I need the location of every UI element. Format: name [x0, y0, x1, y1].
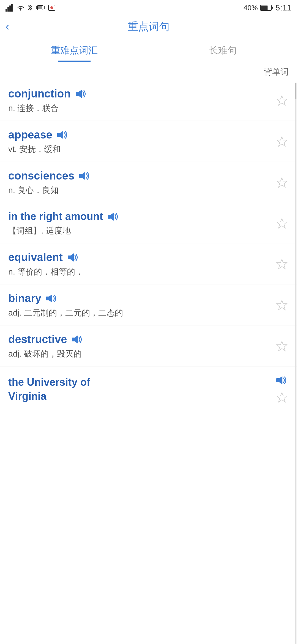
star-button[interactable]: [275, 94, 289, 108]
bluetooth-icon: [27, 4, 33, 12]
svg-rect-1: [7, 7, 9, 12]
svg-marker-34: [277, 341, 287, 351]
scrollbar-thumb: [295, 83, 296, 99]
star-button[interactable]: [275, 298, 289, 312]
sound-button[interactable]: [276, 375, 288, 385]
word-item-consciences: consciences n. 良心，良知: [0, 162, 297, 203]
header: ‹ 重点词句: [0, 15, 297, 37]
word-text: destructive: [8, 333, 67, 346]
word-content: equivalent n. 等价的，相等的，: [8, 251, 275, 278]
svg-marker-24: [111, 213, 114, 221]
sound-button[interactable]: [57, 130, 69, 140]
word-content: consciences n. 良心，良知: [8, 170, 275, 196]
svg-point-4: [20, 9, 21, 11]
battery-percent: 40%: [244, 4, 258, 12]
svg-rect-6: [38, 6, 42, 9]
svg-marker-25: [277, 219, 287, 228]
word-actions: [275, 375, 289, 404]
word-item-destructive: destructive adj. 破坏的，毁灭的: [0, 325, 297, 366]
star-button[interactable]: [275, 217, 289, 230]
word-definition: n. 连接，联合: [8, 103, 275, 114]
svg-rect-26: [68, 256, 70, 259]
word-text: appease: [8, 129, 52, 141]
word-definition: vt. 安抚，缓和: [8, 144, 275, 155]
svg-rect-12: [261, 6, 268, 10]
word-item-binary: binary adj. 二元制的，二元的，二态的: [0, 284, 297, 325]
word-text: conjunction: [8, 88, 71, 100]
svg-marker-22: [277, 178, 287, 187]
svg-marker-28: [277, 259, 287, 269]
svg-rect-23: [108, 215, 111, 219]
memorize-bar: 背单词: [0, 62, 297, 80]
svg-marker-15: [78, 90, 82, 98]
svg-rect-7: [36, 6, 37, 9]
word-header-row: in the right amount: [8, 211, 275, 222]
time-display: 5:11: [276, 3, 291, 12]
sound-button[interactable]: [75, 89, 87, 99]
battery-icon: [260, 4, 273, 11]
star-button[interactable]: [275, 176, 289, 190]
word-header-row: conjunction: [8, 88, 275, 100]
svg-rect-8: [44, 6, 45, 9]
tab-vocab[interactable]: 重难点词汇: [0, 37, 149, 62]
word-content: conjunction n. 连接，联合: [8, 88, 275, 114]
svg-rect-35: [276, 378, 279, 382]
back-button[interactable]: ‹: [6, 20, 9, 33]
svg-marker-31: [277, 300, 287, 310]
svg-marker-19: [277, 137, 287, 146]
word-header-row: the University ofVirginia: [8, 375, 275, 404]
page-title: 重点词句: [128, 20, 170, 34]
word-item-in-the-right-amount: in the right amount 【词组】. 适度地: [0, 203, 297, 243]
star-button[interactable]: [275, 257, 289, 271]
word-text: binary: [8, 292, 41, 305]
word-header-row: consciences: [8, 170, 275, 182]
word-item-conjunction: conjunction n. 连接，联合: [0, 80, 297, 121]
sound-button[interactable]: [67, 252, 79, 262]
star-button[interactable]: [275, 135, 289, 149]
word-text: the University ofVirginia: [8, 375, 90, 404]
sound-button[interactable]: [46, 294, 58, 303]
svg-rect-2: [9, 6, 11, 12]
signal-icon: [6, 4, 14, 12]
wifi-icon: [17, 5, 25, 11]
vibrate-icon: [35, 4, 45, 12]
word-text: equivalent: [8, 251, 63, 263]
tab-bar: 重难点词汇 长难句: [0, 37, 297, 62]
svg-rect-32: [72, 338, 75, 341]
word-item-equivalent: equivalent n. 等价的，相等的，: [0, 243, 297, 284]
star-button[interactable]: [275, 391, 289, 404]
word-content: the University ofVirginia: [8, 375, 275, 404]
svg-rect-0: [6, 9, 7, 12]
record-icon: [47, 4, 56, 12]
svg-marker-16: [277, 96, 287, 105]
word-item-appease: appease vt. 安抚，缓和: [0, 121, 297, 162]
memorize-button[interactable]: 背单词: [264, 66, 289, 78]
svg-rect-14: [76, 92, 78, 96]
status-icons-right: 40% 5:11: [244, 3, 291, 12]
svg-rect-20: [79, 174, 82, 178]
sound-button[interactable]: [107, 212, 119, 222]
svg-marker-27: [70, 253, 74, 262]
sound-button[interactable]: [71, 335, 83, 344]
word-content: binary adj. 二元制的，二元的，二态的: [8, 292, 275, 319]
word-content: appease vt. 安抚，缓和: [8, 129, 275, 155]
svg-marker-33: [75, 335, 78, 344]
svg-rect-17: [57, 133, 60, 137]
svg-rect-29: [46, 297, 49, 300]
sound-button[interactable]: [79, 171, 91, 181]
word-definition: n. 良心，良知: [8, 185, 275, 196]
word-header-row: binary: [8, 292, 275, 305]
svg-marker-21: [82, 172, 85, 180]
tab-sentences[interactable]: 长难句: [149, 37, 297, 62]
status-icons-left: [6, 4, 56, 12]
word-text: consciences: [8, 170, 74, 182]
star-button[interactable]: [275, 339, 289, 353]
word-list: conjunction n. 连接，联合: [0, 80, 297, 411]
svg-marker-30: [49, 294, 52, 303]
svg-rect-3: [11, 4, 13, 12]
word-item-university-of-virginia: the University ofVirginia: [0, 366, 297, 411]
svg-rect-13: [272, 7, 273, 9]
word-definition: adj. 破坏的，毁灭的: [8, 348, 275, 360]
word-content: destructive adj. 破坏的，毁灭的: [8, 333, 275, 360]
word-header-row: equivalent: [8, 251, 275, 263]
